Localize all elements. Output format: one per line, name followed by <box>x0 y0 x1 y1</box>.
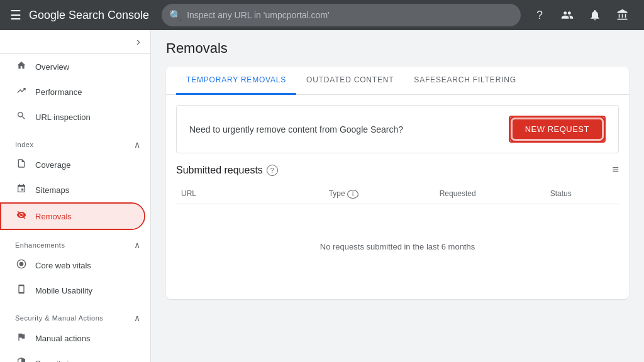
navbar-icons: ? <box>528 4 634 26</box>
section-enhancements-label: Enhancements <box>15 241 65 249</box>
sidebar-item-security-issues[interactable]: Security issues <box>0 351 145 362</box>
tab-temporary-removals[interactable]: TEMPORARY REMOVALS <box>176 67 296 95</box>
section-index-arrow[interactable]: ∧ <box>134 140 141 150</box>
mobile-usability-label: Mobile Usability <box>35 286 92 295</box>
performance-icon <box>15 85 28 98</box>
table-header: URL Type i Requested Status <box>176 184 619 204</box>
tab-safesearch-filtering[interactable]: SAFESEARCH FILTERING <box>404 67 526 95</box>
page-title: Removals <box>166 40 629 57</box>
sitemaps-icon <box>15 184 28 196</box>
coverage-icon <box>15 158 28 171</box>
url-inspection-icon <box>15 111 28 123</box>
section-index: Index ∧ <box>0 129 150 152</box>
col-type: Type i <box>324 189 435 199</box>
sidebar: › Overview Performance URL inspection In… <box>0 30 151 362</box>
col-url: URL <box>176 189 324 199</box>
navbar: ☰ Google Search Console 🔍 ? <box>0 0 644 30</box>
col-status: Status <box>545 189 619 199</box>
sidebar-item-mobile-usability[interactable]: Mobile Usability <box>0 278 145 303</box>
security-issues-label: Security issues <box>35 359 90 363</box>
svg-point-2 <box>19 262 24 266</box>
search-icon: 🔍 <box>169 9 182 21</box>
url-inspection-label: URL inspection <box>35 112 91 122</box>
account-icon[interactable] <box>556 4 579 26</box>
core-web-vitals-label: Core web vitals <box>35 261 91 270</box>
filter-icon[interactable]: ≡ <box>612 163 619 177</box>
apps-icon[interactable] <box>611 4 634 26</box>
sidebar-item-manual-actions[interactable]: Manual actions <box>0 326 145 351</box>
submitted-header: Submitted requests ? ≡ <box>176 163 619 177</box>
col-requested: Requested <box>435 189 545 199</box>
coverage-label: Coverage <box>35 160 70 170</box>
brand-logo: Google Search Console <box>29 9 149 22</box>
sidebar-item-removals[interactable]: Removals <box>1 204 144 229</box>
sidebar-collapse: › <box>0 30 150 54</box>
performance-label: Performance <box>35 87 82 97</box>
urgent-text: Need to urgently remove content from Goo… <box>189 124 403 134</box>
sidebar-item-core-web-vitals[interactable]: Core web vitals <box>0 253 145 278</box>
section-security-label: Security & Manual Actions <box>15 314 103 322</box>
content-card: TEMPORARY REMOVALS OUTDATED CONTENT SAFE… <box>166 67 629 299</box>
layout: › Overview Performance URL inspection In… <box>0 30 644 362</box>
tabs-bar: TEMPORARY REMOVALS OUTDATED CONTENT SAFE… <box>166 67 629 95</box>
removals-wrapper: Removals <box>0 202 145 230</box>
submitted-title: Submitted requests ? <box>176 165 278 176</box>
empty-message: No requests submitted in the last 6 mont… <box>320 242 475 251</box>
main-content: Removals TEMPORARY REMOVALS OUTDATED CON… <box>151 30 644 362</box>
hamburger-icon[interactable]: ☰ <box>10 8 21 23</box>
new-request-button[interactable]: NEW REQUEST <box>513 119 602 139</box>
sitemaps-label: Sitemaps <box>35 185 69 195</box>
section-security-arrow[interactable]: ∧ <box>134 313 141 323</box>
submitted-title-text: Submitted requests <box>176 165 263 176</box>
search-bar[interactable]: 🔍 <box>162 4 521 26</box>
urgent-banner: Need to urgently remove content from Goo… <box>176 105 619 153</box>
removals-label: Removals <box>35 212 72 221</box>
section-enhancements: Enhancements ∧ <box>0 230 150 253</box>
sidebar-item-overview[interactable]: Overview <box>0 54 145 79</box>
sidebar-item-performance[interactable]: Performance <box>0 79 145 104</box>
submitted-help-icon[interactable]: ? <box>267 165 278 176</box>
sidebar-item-sitemaps[interactable]: Sitemaps <box>0 177 145 202</box>
sidebar-item-url-inspection[interactable]: URL inspection <box>0 104 145 129</box>
mobile-usability-icon <box>15 284 28 297</box>
sidebar-item-coverage[interactable]: Coverage <box>0 152 145 177</box>
help-icon[interactable]: ? <box>528 4 551 26</box>
manual-actions-icon <box>15 332 28 344</box>
manual-actions-label: Manual actions <box>35 334 90 343</box>
core-web-vitals-icon <box>15 259 28 272</box>
notifications-icon[interactable] <box>584 4 606 26</box>
security-issues-icon <box>15 357 28 362</box>
new-request-wrapper: NEW REQUEST <box>509 116 606 143</box>
brand-text: Google Search Console <box>29 9 149 22</box>
card-body: Need to urgently remove content from Goo… <box>166 95 629 299</box>
empty-state: No requests submitted in the last 6 mont… <box>176 204 619 289</box>
search-input[interactable] <box>187 10 513 20</box>
tab-outdated-content[interactable]: OUTDATED CONTENT <box>296 67 404 95</box>
removals-icon <box>15 210 28 222</box>
home-icon <box>15 60 28 73</box>
overview-label: Overview <box>35 62 69 72</box>
section-index-label: Index <box>15 141 33 148</box>
section-security: Security & Manual Actions ∧ <box>0 303 150 326</box>
collapse-arrow-icon[interactable]: › <box>136 35 140 48</box>
section-enhancements-arrow[interactable]: ∧ <box>134 240 141 250</box>
